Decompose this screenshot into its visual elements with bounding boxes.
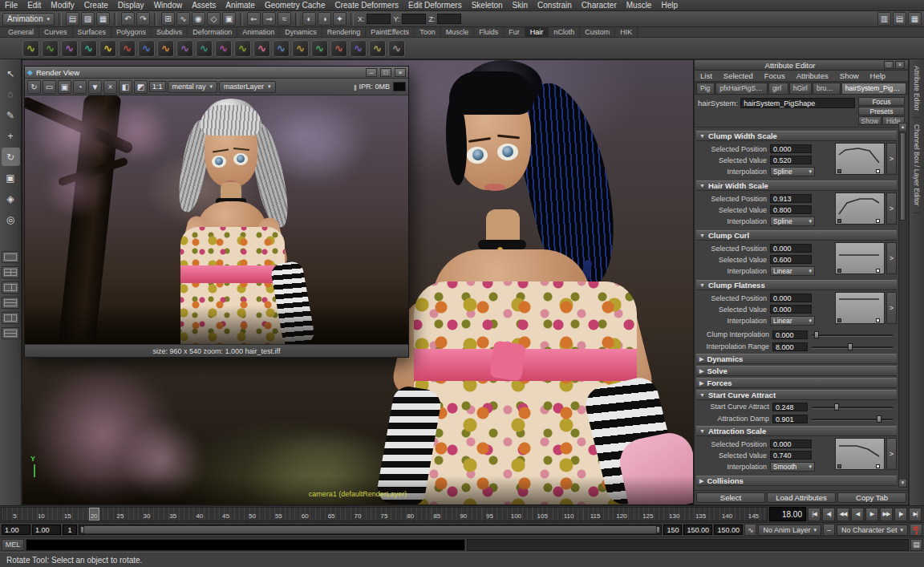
separator[interactable] xyxy=(59,13,62,26)
select-tool-icon[interactable]: ↖ xyxy=(2,64,20,83)
node-name-field[interactable]: hairSystem_PigShape xyxy=(740,98,855,108)
render-settings-icon[interactable]: ✦ xyxy=(333,12,346,26)
section-start-curve-attract[interactable]: ▼ Start Curve Attract xyxy=(696,390,897,400)
scrollbar-thumb[interactable] xyxy=(900,132,906,221)
shelf-tab-muscle[interactable]: Muscle xyxy=(441,27,475,37)
menubar-item[interactable]: Constrain xyxy=(533,0,577,11)
value-field[interactable]: 0.901 xyxy=(772,415,808,423)
selected-value-field[interactable]: 0.520 xyxy=(770,156,812,164)
mel-label[interactable]: MEL xyxy=(2,539,24,551)
ramp-key-handle[interactable] xyxy=(876,269,880,273)
menubar-item[interactable]: Create xyxy=(79,0,113,11)
coord-input[interactable] xyxy=(402,14,426,24)
interpolation-dropdown[interactable]: Spline▾ xyxy=(770,167,815,176)
ramp-curve-preview[interactable] xyxy=(835,192,885,225)
soft-mod-tool-icon[interactable]: ◎ xyxy=(2,210,20,229)
render-current-frame-icon[interactable]: ◐ xyxy=(302,12,316,26)
shelf-tab-general[interactable]: General xyxy=(3,27,39,37)
rotate-tool-icon[interactable]: ↻ xyxy=(2,148,20,166)
menu-set-dropdown[interactable]: Animation ▾ xyxy=(2,13,55,26)
presets-button[interactable]: Presets xyxy=(858,107,905,115)
interpolation-dropdown[interactable]: Spline▾ xyxy=(770,217,815,226)
selected-value-field[interactable]: 0.740 xyxy=(770,451,812,460)
separator[interactable] xyxy=(295,13,298,26)
section-forces[interactable]: ▶ Forces xyxy=(696,378,897,388)
output-connections-icon[interactable]: ⇒ xyxy=(262,12,276,26)
snapshot-icon[interactable]: ▣ xyxy=(58,80,71,94)
selected-value-field[interactable]: 0.800 xyxy=(770,205,812,214)
persp-graph-layout-icon[interactable] xyxy=(2,297,19,309)
hair-shelf-tool-13-icon[interactable]: ∿ xyxy=(253,40,270,57)
shelf-tab-curves[interactable]: Curves xyxy=(39,27,73,37)
hair-shelf-tool-17-icon[interactable]: ∿ xyxy=(330,40,347,57)
section-solve[interactable]: ▶ Solve xyxy=(696,366,897,376)
open-scene-icon[interactable]: ▨ xyxy=(81,12,95,26)
ae-menu-item[interactable]: Show xyxy=(834,71,865,80)
hair-shelf-tool-1-icon[interactable]: ∿ xyxy=(22,40,39,57)
step-back-frame-button[interactable]: ◀| xyxy=(822,508,835,521)
tab-pig[interactable]: Pig xyxy=(696,83,715,94)
slider-track[interactable] xyxy=(812,330,893,339)
ramp-key-handle[interactable] xyxy=(837,169,841,173)
snap-to-plane-icon[interactable]: ◇ xyxy=(207,12,221,26)
section-dynamics[interactable]: ▶ Dynamics xyxy=(696,354,897,364)
separator[interactable] xyxy=(154,13,157,26)
minimize-icon[interactable]: – xyxy=(366,68,377,77)
scroll-down-icon[interactable]: ▼ xyxy=(899,480,906,487)
redo-icon[interactable]: ↷ xyxy=(136,12,150,26)
hair-shelf-tool-15-icon[interactable]: ∿ xyxy=(292,40,309,57)
shelf-tab-fur[interactable]: Fur xyxy=(504,27,525,37)
range-end-handle[interactable] xyxy=(656,526,660,533)
coord-input[interactable] xyxy=(367,14,391,24)
ramp-curve-preview[interactable] xyxy=(835,438,885,470)
range-start-handle[interactable] xyxy=(80,526,84,533)
four-pane-layout-icon[interactable] xyxy=(2,266,19,278)
slider-handle[interactable] xyxy=(814,331,819,338)
ramp-key-handle[interactable] xyxy=(876,219,880,223)
ramp-key-handle[interactable] xyxy=(837,464,841,468)
single-pane-layout-icon[interactable] xyxy=(2,251,19,263)
load-attributes-button[interactable]: Load Attributes xyxy=(767,492,836,503)
hair-shelf-tool-11-icon[interactable]: ∿ xyxy=(215,40,232,57)
save-scene-icon[interactable]: ▦ xyxy=(96,12,110,26)
interpolation-dropdown[interactable]: Linear▾ xyxy=(770,266,815,276)
section-header[interactable]: ▼ Clump Width Scale xyxy=(696,131,897,141)
interpolation-dropdown[interactable]: Linear▾ xyxy=(770,316,815,326)
ae-menu-item[interactable]: Help xyxy=(865,71,892,80)
make-live-icon[interactable]: ▣ xyxy=(222,12,236,26)
shelf-tab-polygons[interactable]: Polygons xyxy=(111,27,152,37)
value-field[interactable]: 0.248 xyxy=(772,403,808,411)
current-time-field[interactable]: 18.00 xyxy=(769,507,806,521)
menubar-item[interactable]: Edit Deformers xyxy=(403,0,467,11)
ramp-curve-preview[interactable] xyxy=(835,143,885,175)
rendered-image[interactable] xyxy=(25,95,408,344)
hair-shelf-tool-12-icon[interactable]: ∿ xyxy=(234,40,251,57)
expand-ramp-button[interactable]: > xyxy=(886,192,897,225)
hair-shelf-tool-3-icon[interactable]: ∿ xyxy=(61,40,78,57)
rgb-channels-icon[interactable]: ◧ xyxy=(119,80,132,94)
character-set-dropdown[interactable]: No Character Set ▾ xyxy=(837,524,908,536)
ramp-key-handle[interactable] xyxy=(876,464,880,468)
attribute-editor-content[interactable]: ▼ Clump Width Scale Selected Position 0.… xyxy=(695,128,908,490)
ramp-key-handle[interactable] xyxy=(837,318,841,322)
ramp-key-handle[interactable] xyxy=(837,219,841,223)
selected-position-field[interactable]: 0.000 xyxy=(770,294,812,302)
show-tool-settings-icon[interactable]: ▦ xyxy=(908,12,922,26)
playback-end-field[interactable]: 150.00 xyxy=(714,524,743,535)
playback-range-bar[interactable] xyxy=(80,526,660,533)
step-forward-frame-button[interactable]: |▶ xyxy=(894,508,907,521)
universal-manipulator-icon[interactable]: ◈ xyxy=(2,189,20,208)
animation-start-field[interactable]: 1.00 xyxy=(32,524,61,535)
slider-track[interactable] xyxy=(812,415,893,423)
menubar-item[interactable]: Geometry Cache xyxy=(260,0,330,11)
close-icon[interactable]: × xyxy=(895,61,905,69)
interpolation-dropdown[interactable]: Smooth▾ xyxy=(770,462,815,472)
selected-position-field[interactable]: 0.000 xyxy=(770,144,812,153)
focus-button[interactable]: Focus xyxy=(858,97,905,106)
script-output[interactable] xyxy=(467,539,909,551)
ramp-curve-preview[interactable] xyxy=(835,292,885,324)
slider-track[interactable] xyxy=(812,403,893,411)
slider-handle[interactable] xyxy=(834,403,839,411)
ae-menu-item[interactable]: List xyxy=(695,71,718,80)
expand-ramp-button[interactable]: > xyxy=(886,143,897,175)
